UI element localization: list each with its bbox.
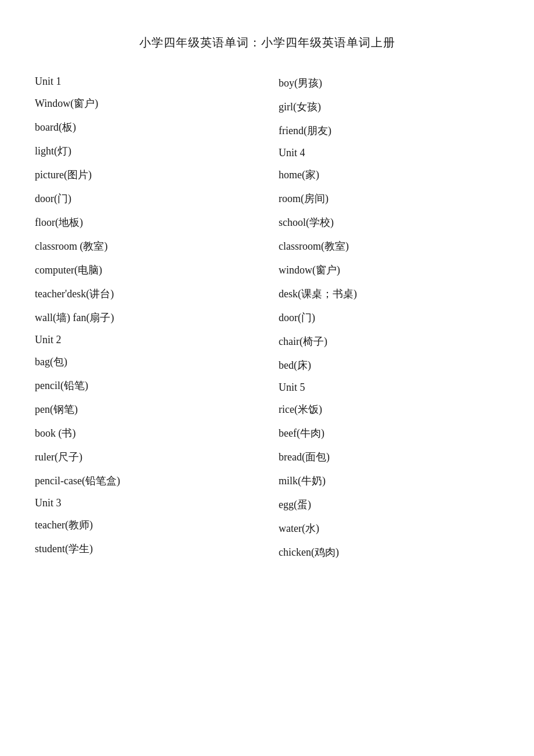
word-item: floor(地板) [35, 211, 255, 235]
word-item: computer(电脑) [35, 258, 255, 282]
word-item: room(房间) [279, 187, 499, 211]
word-item: door(门) [279, 306, 499, 330]
word-item: boy(男孩) [279, 71, 499, 95]
word-item: teacher'desk(讲台) [35, 282, 255, 306]
word-item: student(学生) [35, 537, 255, 561]
word-item: wall(墙) fan(扇子) [35, 306, 255, 330]
word-item: friend(朋友) [279, 119, 499, 143]
word-item: chair(椅子) [279, 330, 499, 354]
word-item: pen(钢笔) [35, 398, 255, 422]
word-item: home(家) [279, 163, 499, 187]
unit-heading: Unit 2 [35, 330, 255, 350]
word-item: ruler(尺子) [35, 445, 255, 469]
unit-heading: Unit 4 [279, 143, 499, 163]
word-item: desk(课桌；书桌) [279, 282, 499, 306]
unit-heading: Unit 5 [279, 377, 499, 398]
unit-heading: Unit 1 [35, 71, 255, 92]
word-item: school(学校) [279, 211, 499, 235]
word-item: window(窗户) [279, 258, 499, 282]
word-item: light(灯) [35, 139, 255, 163]
word-item: milk(牛奶) [279, 469, 499, 493]
word-item: rice(米饭) [279, 398, 499, 422]
word-item: girl(女孩) [279, 95, 499, 119]
word-item: water(水) [279, 517, 499, 541]
page-title: 小学四年级英语单词：小学四年级英语单词上册 [35, 35, 499, 51]
word-item: Window(窗户) [35, 92, 255, 116]
word-item: chicken(鸡肉) [279, 541, 499, 564]
word-item: pencil(铅笔) [35, 374, 255, 398]
word-item: bed(床) [279, 354, 499, 377]
word-item: bag(包) [35, 350, 255, 374]
left-column: Unit 1Window(窗户) board(板)light(灯)picture… [35, 71, 255, 564]
content-grid: Unit 1Window(窗户) board(板)light(灯)picture… [35, 71, 499, 564]
word-item: bread(面包) [279, 445, 499, 469]
word-item: classroom (教室) [35, 235, 255, 258]
word-item: teacher(教师) [35, 513, 255, 537]
word-item: book (书) [35, 422, 255, 445]
word-item: pencil-case(铅笔盒) [35, 469, 255, 493]
right-column: boy(男孩)girl(女孩)friend(朋友)Unit 4home(家)ro… [279, 71, 499, 564]
word-item: beef(牛肉) [279, 422, 499, 445]
word-item: door(门) [35, 187, 255, 211]
word-item: egg(蛋) [279, 493, 499, 517]
word-item: picture(图片) [35, 163, 255, 187]
word-item: classroom(教室) [279, 235, 499, 258]
word-item: board(板) [35, 116, 255, 139]
unit-heading: Unit 3 [35, 493, 255, 513]
